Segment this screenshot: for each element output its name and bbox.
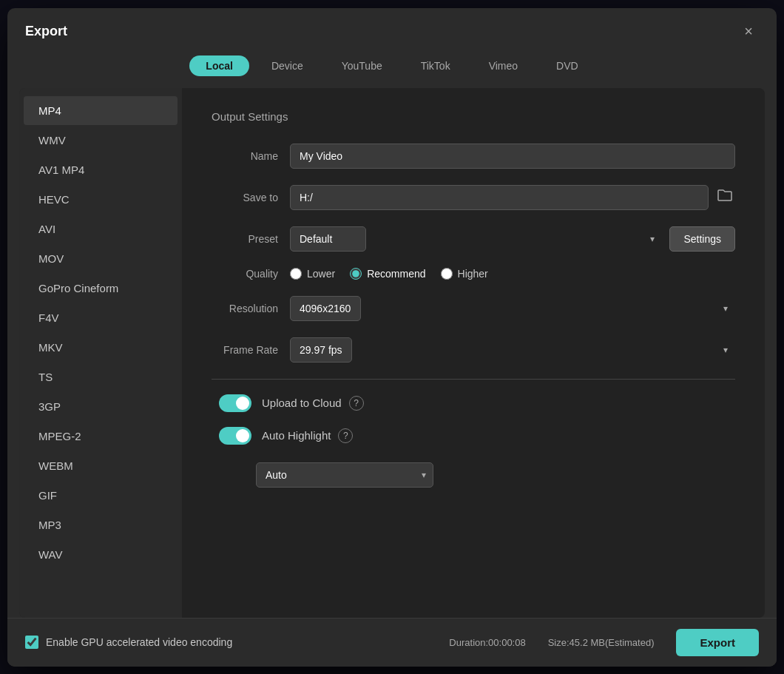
format-wmv[interactable]: WMV — [24, 126, 178, 155]
section-title: Output Settings — [212, 110, 735, 123]
divider — [212, 379, 735, 380]
auto-highlight-row: Auto Highlight ? — [212, 427, 735, 445]
tab-bar: Local Device YouTube TikTok Vimeo DVD — [7, 50, 777, 88]
path-input[interactable] — [290, 185, 709, 210]
quality-recommend-option[interactable]: Recommend — [350, 268, 425, 280]
format-hevc[interactable]: HEVC — [24, 185, 178, 214]
tab-dvd[interactable]: DVD — [540, 55, 595, 76]
tab-local[interactable]: Local — [189, 55, 249, 76]
preset-row: Preset Default High Quality Web Settings — [212, 226, 735, 252]
saveto-row: Save to — [212, 185, 735, 210]
preset-controls: Default High Quality Web Settings — [290, 226, 735, 252]
path-row — [290, 185, 735, 210]
quality-lower-label: Lower — [307, 268, 335, 280]
quality-recommend-label: Recommend — [367, 268, 425, 280]
resolution-label: Resolution — [212, 303, 278, 314]
auto-highlight-select-wrapper: Auto Manual — [256, 462, 433, 488]
duration-info: Duration:00:00:08 — [449, 637, 525, 648]
format-mpeg2[interactable]: MPEG-2 — [24, 422, 178, 451]
quality-higher-option[interactable]: Higher — [441, 268, 488, 280]
auto-highlight-slider — [219, 427, 251, 445]
format-av1mp4[interactable]: AV1 MP4 — [24, 155, 178, 184]
resolution-select[interactable]: 4096x2160 1920x1080 1280x720 — [290, 296, 361, 321]
quality-row: Quality Lower Recommend Higher — [212, 268, 735, 280]
upload-cloud-slider — [219, 394, 251, 412]
quality-lower-option[interactable]: Lower — [290, 268, 335, 280]
footer-left: Enable GPU accelerated video encoding — [25, 636, 232, 649]
format-gif[interactable]: GIF — [24, 481, 178, 510]
preset-select[interactable]: Default High Quality Web — [290, 226, 366, 252]
quality-recommend-radio[interactable] — [350, 268, 362, 280]
tab-vimeo[interactable]: Vimeo — [473, 55, 534, 76]
name-input[interactable] — [290, 144, 735, 169]
quality-higher-label: Higher — [458, 268, 488, 280]
format-list: MP4 WMV AV1 MP4 HEVC AVI MOV GoPro Cinef… — [19, 88, 182, 618]
output-panel: Output Settings Name Save to — [182, 88, 765, 618]
dialog-overlay: Export × Local Device YouTube TikTok Vim… — [0, 0, 784, 674]
format-avi[interactable]: AVI — [24, 215, 178, 243]
framerate-row: Frame Rate 29.97 fps 24 fps 30 fps 60 fp… — [212, 337, 735, 363]
export-dialog: Export × Local Device YouTube TikTok Vim… — [7, 8, 777, 667]
dialog-title: Export — [25, 24, 67, 39]
quality-lower-radio[interactable] — [290, 268, 302, 280]
format-ts[interactable]: TS — [24, 363, 178, 391]
tab-device[interactable]: Device — [255, 55, 320, 76]
format-wav[interactable]: WAV — [24, 540, 178, 569]
footer-info: Duration:00:00:08 Size:45.2 MB(Estimated… — [449, 629, 759, 656]
dialog-body: MP4 WMV AV1 MP4 HEVC AVI MOV GoPro Cinef… — [19, 88, 765, 618]
auto-highlight-help-icon[interactable]: ? — [338, 428, 353, 443]
framerate-select[interactable]: 29.97 fps 24 fps 30 fps 60 fps — [290, 337, 352, 363]
dialog-footer: Enable GPU accelerated video encoding Du… — [7, 618, 777, 667]
auto-highlight-select[interactable]: Auto Manual — [256, 462, 433, 488]
upload-cloud-help-icon[interactable]: ? — [349, 396, 364, 411]
format-gopro[interactable]: GoPro Cineform — [24, 274, 178, 303]
tab-tiktok[interactable]: TikTok — [405, 55, 467, 76]
format-mp4[interactable]: MP4 — [24, 96, 178, 125]
folder-browse-button[interactable] — [714, 186, 735, 209]
auto-highlight-label: Auto Highlight — [262, 429, 331, 442]
size-info: Size:45.2 MB(Estimated) — [548, 637, 655, 648]
preset-label: Preset — [212, 233, 278, 245]
settings-button[interactable]: Settings — [669, 226, 735, 252]
preset-select-wrapper: Default High Quality Web — [290, 226, 662, 252]
name-label: Name — [212, 150, 278, 162]
upload-cloud-toggle[interactable] — [219, 394, 251, 412]
export-button[interactable]: Export — [676, 629, 759, 656]
format-webm[interactable]: WEBM — [24, 451, 178, 480]
format-mov[interactable]: MOV — [24, 244, 178, 273]
format-f4v[interactable]: F4V — [24, 303, 178, 332]
resolution-select-wrapper: 4096x2160 1920x1080 1280x720 — [290, 296, 735, 321]
tab-youtube[interactable]: YouTube — [325, 55, 399, 76]
auto-highlight-toggle[interactable] — [219, 427, 251, 445]
gpu-label: Enable GPU accelerated video encoding — [46, 636, 232, 648]
saveto-label: Save to — [212, 192, 278, 203]
framerate-label: Frame Rate — [212, 344, 278, 356]
resolution-row: Resolution 4096x2160 1920x1080 1280x720 — [212, 296, 735, 321]
quality-higher-radio[interactable] — [441, 268, 453, 280]
format-3gp[interactable]: 3GP — [24, 392, 178, 421]
quality-label: Quality — [212, 268, 278, 280]
gpu-checkbox[interactable] — [25, 636, 38, 649]
name-row: Name — [212, 144, 735, 169]
dialog-header: Export × — [7, 8, 777, 50]
format-mp3[interactable]: MP3 — [24, 510, 178, 539]
close-button[interactable]: × — [738, 21, 759, 42]
quality-options: Lower Recommend Higher — [290, 268, 488, 280]
framerate-select-wrapper: 29.97 fps 24 fps 30 fps 60 fps — [290, 337, 735, 363]
upload-cloud-label: Upload to Cloud — [262, 397, 342, 409]
upload-cloud-row: Upload to Cloud ? — [212, 394, 735, 412]
format-mkv[interactable]: MKV — [24, 333, 178, 362]
